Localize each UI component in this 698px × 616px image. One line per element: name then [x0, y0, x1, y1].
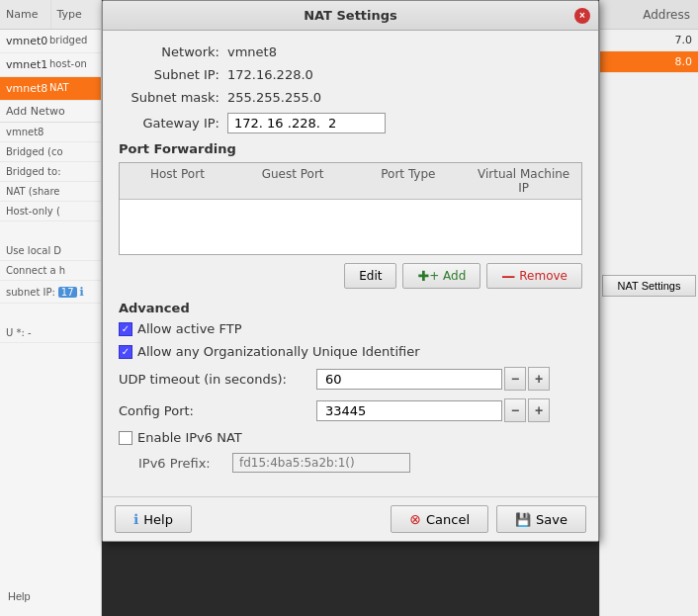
remove-button[interactable]: — Remove — [486, 263, 582, 289]
allow-oui-checkbox-label[interactable]: Allow any Organizationally Unique Identi… — [119, 344, 420, 359]
vmnet1-name: vmnet1 — [6, 58, 47, 71]
allow-ftp-row: Allow active FTP — [119, 321, 582, 336]
right-panel: Address 7.0 8.0 NAT Settings — [599, 0, 698, 616]
close-button[interactable]: × — [574, 8, 590, 24]
vmnet0-name: vmnet0 — [6, 35, 47, 47]
network-label: Network: — [119, 44, 227, 59]
enable-ipv6-checkbox[interactable] — [119, 431, 132, 445]
advanced-header: Advanced — [119, 301, 582, 315]
vmnet8-type: NAT — [49, 82, 69, 95]
address-vmnet1: 7.0 — [600, 30, 698, 51]
allow-ftp-checkbox[interactable] — [119, 322, 132, 336]
add-label: + Add — [429, 269, 466, 283]
left-footer: Help — [0, 584, 102, 608]
config-port-input[interactable] — [316, 400, 502, 421]
nat-settings-button[interactable]: NAT Settings — [602, 275, 696, 297]
gateway-ip-row: Gateway IP: — [119, 113, 582, 133]
add-network-button[interactable]: Add Netwo — [0, 101, 101, 123]
table-buttons-row: Edit ✚ + Add — Remove — [119, 263, 582, 289]
allow-ftp-label: Allow active FTP — [137, 321, 242, 336]
sidebar-item-vmnet1[interactable]: vmnet1 host-on — [0, 53, 101, 77]
save-button[interactable]: 💾 Save — [496, 505, 586, 533]
help-button-left[interactable]: Help — [6, 588, 33, 604]
allow-ftp-checkbox-label[interactable]: Allow active FTP — [119, 321, 242, 336]
subnet-ip-row: Subnet IP: 172.16.228.0 — [119, 67, 582, 82]
udp-timeout-label: UDP timeout (in seconds): — [119, 372, 316, 387]
config-port-increment[interactable]: + — [528, 398, 550, 422]
dialog-body: Network: vmnet8 Subnet IP: 172.16.228.0 … — [103, 31, 598, 496]
vmnet8-name: vmnet8 — [6, 82, 47, 95]
help-label: Help — [143, 512, 173, 527]
col-host-port: Host Port — [120, 163, 235, 199]
enable-ipv6-checkbox-label[interactable]: Enable IPv6 NAT — [119, 430, 242, 445]
use-local-label: Use local D — [0, 241, 101, 261]
network-row: Network: vmnet8 — [119, 44, 582, 59]
save-icon: 💾 — [515, 512, 531, 527]
help-button[interactable]: ℹ Help — [115, 505, 192, 533]
dialog-title: NAT Settings — [304, 8, 397, 23]
col-name: Name — [0, 0, 51, 29]
enable-ipv6-label: Enable IPv6 NAT — [137, 430, 242, 445]
udp-timeout-input[interactable] — [316, 369, 502, 390]
port-forwarding-table: Host Port Guest Port Port Type Virtual M… — [119, 162, 582, 255]
allow-oui-label: Allow any Organizationally Unique Identi… — [137, 344, 420, 359]
save-label: Save — [536, 512, 567, 527]
add-icon: ✚ — [417, 268, 429, 284]
dialog-footer: ℹ Help ⊗ Cancel 💾 Save — [103, 496, 598, 541]
remove-icon: — — [501, 268, 515, 284]
selected-network-name: vmnet8 — [0, 123, 101, 142]
tu-row: U *: - — [0, 323, 101, 343]
config-port-label: Config Port: — [119, 403, 316, 418]
udp-timeout-decrement[interactable]: − — [504, 367, 526, 391]
col-port-type: Port Type — [351, 163, 467, 199]
allow-oui-checkbox[interactable] — [119, 345, 132, 359]
pf-table-header: Host Port Guest Port Port Type Virtual M… — [120, 163, 581, 200]
address-header: Address — [600, 0, 698, 30]
subnet-ip-row: subnet IP: 17 ℹ — [0, 281, 101, 304]
vmnet1-type: host-on — [49, 58, 87, 71]
config-port-decrement[interactable]: − — [504, 398, 526, 422]
subnet-mask-value: 255.255.255.0 — [227, 90, 321, 105]
gateway-ip-label: Gateway IP: — [119, 116, 227, 131]
connect-a-label: Connect a h — [0, 261, 101, 281]
ipv6-prefix-label: IPv6 Prefix: — [138, 456, 232, 471]
cancel-label: Cancel — [426, 512, 470, 527]
pf-table-body — [120, 200, 581, 254]
col-guest-port: Guest Port — [235, 163, 351, 199]
subnet-ip-label: Subnet IP: — [119, 67, 227, 82]
bridged-to-label: Bridged to: — [0, 162, 101, 182]
info-icon: ℹ — [80, 285, 85, 299]
gateway-ip-input[interactable] — [227, 113, 386, 133]
left-header: Name Type — [0, 0, 101, 30]
edit-button[interactable]: Edit — [344, 263, 396, 289]
ipv6-prefix-row: IPv6 Prefix: — [119, 453, 582, 473]
config-port-control: − + — [316, 398, 550, 422]
config-port-row: Config Port: − + — [119, 398, 582, 422]
udp-timeout-increment[interactable]: + — [528, 367, 550, 391]
help-icon: ℹ — [133, 511, 138, 527]
udp-timeout-control: − + — [316, 367, 550, 391]
udp-timeout-row: UDP timeout (in seconds): − + — [119, 367, 582, 391]
sidebar-item-vmnet0[interactable]: vmnet0 bridged — [0, 30, 101, 53]
host-only-label: Host-only ( — [0, 202, 101, 221]
subnet-ip-value: 172.16.228.0 — [227, 67, 313, 82]
ipv6-prefix-input[interactable] — [232, 453, 410, 473]
port-forwarding-header: Port Forwarding — [119, 141, 582, 156]
subnet-mask-label: Subnet mask: — [119, 90, 227, 105]
dialog-titlebar: NAT Settings × — [103, 1, 598, 31]
add-button[interactable]: ✚ + Add — [402, 263, 480, 289]
enable-ipv6-row: Enable IPv6 NAT — [119, 430, 582, 445]
nat-settings-dialog: NAT Settings × Network: vmnet8 Subnet IP… — [102, 0, 599, 542]
col-vm-ip: Virtual Machine IP — [466, 163, 581, 199]
network-value: vmnet8 — [227, 44, 277, 59]
cancel-icon: ⊗ — [409, 511, 421, 527]
sidebar-item-vmnet8[interactable]: vmnet8 NAT — [0, 77, 101, 101]
address-vmnet8: 8.0 — [600, 51, 698, 73]
nat-label: NAT (share — [0, 182, 101, 202]
remove-label: Remove — [519, 269, 567, 283]
footer-right-buttons: ⊗ Cancel 💾 Save — [391, 505, 586, 533]
cancel-button[interactable]: ⊗ Cancel — [391, 505, 488, 533]
subnet-mask-row: Subnet mask: 255.255.255.0 — [119, 90, 582, 105]
allow-oui-row: Allow any Organizationally Unique Identi… — [119, 344, 582, 359]
left-sidebar: Name Type vmnet0 bridged vmnet1 host-on … — [0, 0, 102, 616]
